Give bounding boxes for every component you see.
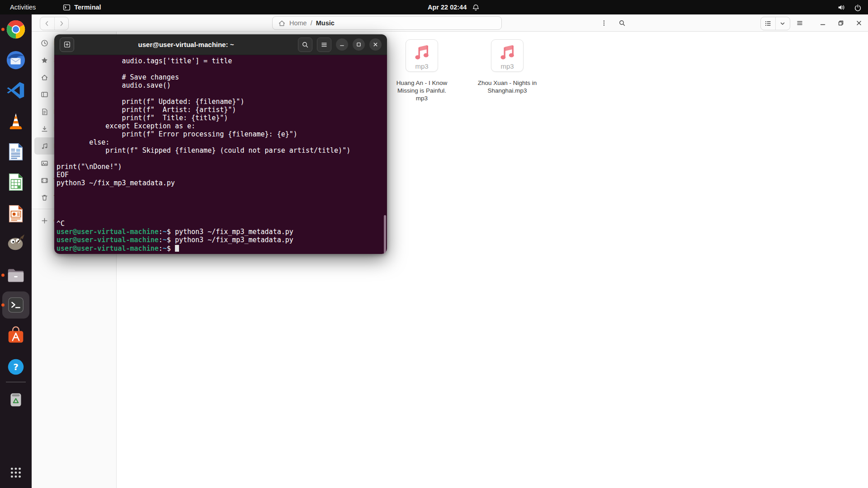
- terminal-line: user@user-virtual-machine:~$ python3 ~/f…: [57, 228, 387, 236]
- dock-item-libreoffice-calc[interactable]: [5, 171, 27, 193]
- dock: ?: [0, 14, 32, 488]
- pictures-icon: [41, 160, 48, 167]
- running-indicator-dot: [1, 304, 5, 307]
- desktop: Activities Terminal Apr 22 02:44 ? Home …: [0, 0, 868, 488]
- terminal-line: user@user-virtual-machine:~$: [57, 244, 387, 252]
- mp3-badge: mp3: [406, 62, 438, 70]
- file-item[interactable]: mp3Huang An - I KnowMissing is Painful.m…: [386, 39, 458, 102]
- svg-text:?: ?: [13, 361, 19, 372]
- breadcrumb-current[interactable]: Music: [316, 19, 335, 27]
- window-menu-button[interactable]: [791, 17, 808, 29]
- volume-icon: [837, 4, 845, 11]
- view-list-button[interactable]: [761, 17, 775, 30]
- terminal-app-icon: [63, 4, 71, 11]
- home-icon: [41, 74, 48, 81]
- documents-icon: [41, 108, 48, 116]
- clock-button[interactable]: Apr 22 02:44: [428, 0, 480, 14]
- dock-item-thunderbird[interactable]: [5, 49, 27, 71]
- trash-icon: [41, 194, 48, 202]
- dock-item-libreoffice-impress[interactable]: [5, 203, 27, 225]
- dock-item-vscode[interactable]: [5, 80, 27, 101]
- dock-item-gimp[interactable]: [5, 231, 27, 253]
- chrome-icon: [5, 19, 26, 40]
- thunderbird-icon: [5, 50, 26, 70]
- system-status-menu[interactable]: [837, 0, 862, 14]
- file-name: Zhou Xuan - Nights inShanghai.mp3: [478, 79, 537, 94]
- path-bar[interactable]: Home / Music: [272, 16, 502, 30]
- dock-item-libreoffice-writer[interactable]: [5, 141, 27, 163]
- libreoffice-writer-icon: [5, 141, 26, 162]
- terminal-headerbar[interactable]: user@user-virtual-machine: ~: [54, 34, 387, 55]
- terminal-search-button[interactable]: [298, 38, 312, 52]
- breadcrumb-home[interactable]: Home: [289, 19, 307, 27]
- dock-item-vlc[interactable]: [5, 110, 27, 132]
- vlc-icon: [5, 111, 26, 131]
- terminal-output[interactable]: audio.tags['title'] = title # Save chang…: [54, 55, 387, 254]
- terminal-line: print("\nDone!"): [57, 163, 387, 171]
- terminal-line: ^C: [57, 220, 387, 228]
- running-indicator-dot: [1, 28, 5, 31]
- terminal-line: audio.tags['title'] = title: [57, 57, 387, 65]
- show-applications-icon: [5, 462, 26, 483]
- minimize-button[interactable]: [816, 17, 829, 29]
- videos-icon: [41, 177, 48, 184]
- terminal-minimize-button[interactable]: [336, 38, 348, 51]
- terminal-close-button[interactable]: [369, 38, 382, 51]
- terminal-line: print(f" Artist: {artist}"): [57, 106, 387, 114]
- terminal-maximize-button[interactable]: [353, 38, 365, 51]
- search-button[interactable]: [614, 17, 630, 29]
- new-tab-button[interactable]: [60, 38, 74, 52]
- terminal-line: except Exception as e:: [57, 122, 387, 130]
- dock-item-chrome[interactable]: [5, 19, 27, 40]
- recent-icon: [41, 39, 48, 47]
- terminal-scrollbar[interactable]: [384, 215, 386, 254]
- dock-item-trash[interactable]: [5, 389, 27, 410]
- files-toolbar: Home / Music: [32, 14, 868, 32]
- vscode-icon: [5, 80, 26, 101]
- terminal-line: python3 ~/fix_mp3_metadata.py: [57, 179, 387, 187]
- mp3-file-icon: mp3: [491, 39, 524, 72]
- terminal-line: else:: [57, 138, 387, 146]
- dock-item-help[interactable]: ?: [5, 356, 27, 378]
- activities-button[interactable]: Activities: [10, 4, 36, 11]
- terminal-menu-button[interactable]: [317, 38, 331, 52]
- terminal-line: [57, 155, 387, 163]
- terminal-window: user@user-virtual-machine: ~ audio.tags[…: [54, 34, 387, 254]
- files-icon: [5, 265, 26, 286]
- terminal-line: print(f" Error processing {filename}: {e…: [57, 130, 387, 138]
- libreoffice-calc-icon: [5, 172, 26, 192]
- terminal-line: print(f" Updated: {filename}"): [57, 98, 387, 106]
- focused-app-label: Terminal: [74, 4, 101, 11]
- clock-label: Apr 22 02:44: [428, 4, 467, 11]
- mp3-file-icon: mp3: [406, 39, 438, 72]
- ubuntu-software-icon: [5, 325, 26, 346]
- file-item[interactable]: mp3Zhou Xuan - Nights inShanghai.mp3: [471, 39, 543, 94]
- file-name: Huang An - I KnowMissing is Painful.mp3: [396, 79, 448, 102]
- path-options-button[interactable]: [598, 17, 610, 29]
- dock-item-terminal[interactable]: [5, 294, 27, 316]
- maximize-button[interactable]: [835, 17, 847, 29]
- history-buttons: [40, 17, 69, 30]
- terminal-line: print(f" Title: {title}"): [57, 114, 387, 122]
- top-bar: Activities Terminal Apr 22 02:44: [0, 0, 868, 14]
- forward-button[interactable]: [54, 17, 69, 30]
- plus-icon: [41, 217, 48, 225]
- dock-item-files[interactable]: [5, 264, 27, 286]
- libreoffice-impress-icon: [5, 203, 26, 224]
- desktop-icon: [41, 91, 48, 99]
- terminal-line: [57, 203, 387, 211]
- dock-item-ubuntu-software[interactable]: [5, 325, 27, 347]
- dock-item-show-applications[interactable]: [5, 462, 27, 483]
- back-button[interactable]: [40, 17, 54, 30]
- trash-full-icon: [5, 389, 26, 410]
- mp3-badge: mp3: [491, 62, 523, 70]
- bell-icon: [472, 4, 480, 11]
- close-button[interactable]: [853, 17, 865, 29]
- terminal-line: [57, 195, 387, 203]
- terminal-line: [57, 65, 387, 73]
- help-icon: ?: [5, 357, 26, 377]
- view-options-button[interactable]: [775, 17, 790, 30]
- terminal-line: user@user-virtual-machine:~$ python3 ~/f…: [57, 236, 387, 244]
- focused-app-menu[interactable]: Terminal: [63, 4, 101, 11]
- terminal-line: print(f" Skipped {filename} (could not p…: [57, 146, 387, 155]
